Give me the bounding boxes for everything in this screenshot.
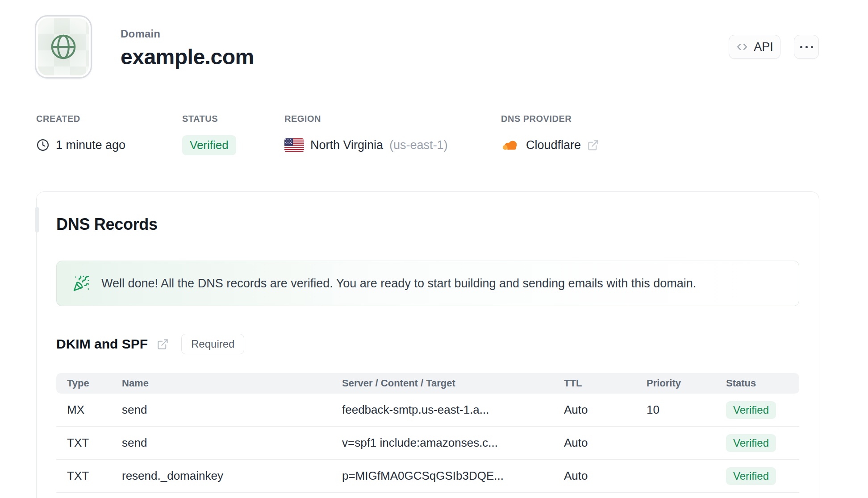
- cell-ttl: Auto: [564, 469, 647, 483]
- status-label: STATUS: [182, 114, 236, 124]
- more-icon: [800, 46, 813, 48]
- cell-ttl: Auto: [564, 403, 647, 417]
- cell-ttl: Auto: [564, 436, 647, 450]
- section-indicator: [35, 207, 39, 232]
- cell-type: MX: [67, 403, 122, 417]
- col-priority: Priority: [647, 378, 726, 389]
- verified-callout: Well done! All the DNS records are verif…: [56, 261, 799, 306]
- cell-name: resend._domainkey: [122, 469, 342, 483]
- code-icon: [736, 41, 748, 53]
- cloudflare-external-link-icon[interactable]: [587, 139, 599, 151]
- us-flag-icon: [284, 138, 304, 152]
- row-status-badge: Verified: [726, 401, 776, 419]
- domain-tile-pattern: [38, 18, 89, 75]
- cell-content: p=MIGfMA0GCSqGSIb3DQE...: [342, 469, 564, 483]
- domain-eyebrow-label: Domain: [121, 28, 254, 40]
- cell-name: send: [122, 403, 342, 417]
- api-button-label: API: [754, 40, 773, 54]
- dkim-external-link-icon[interactable]: [157, 338, 169, 350]
- clock-icon: [36, 138, 50, 152]
- meta-status: STATUS Verified: [182, 114, 236, 154]
- cell-type: TXT: [67, 469, 122, 483]
- dns-provider-label: DNS PROVIDER: [501, 114, 599, 124]
- callout-text: Well done! All the DNS records are verif…: [101, 277, 696, 290]
- dns-provider-value: Cloudflare: [526, 138, 581, 152]
- meta-created: CREATED 1 minute ago: [36, 114, 125, 154]
- required-badge: Required: [181, 334, 244, 354]
- table-row: TXT resend._domainkey p=MIGfMA0GCSqGSIb3…: [56, 460, 799, 493]
- cell-priority: 10: [647, 403, 726, 417]
- dns-records-title: DNS Records: [56, 215, 799, 234]
- more-button[interactable]: [794, 35, 819, 59]
- cell-name: send: [122, 436, 342, 450]
- region-label: REGION: [284, 114, 448, 124]
- created-label: CREATED: [36, 114, 125, 124]
- created-value: 1 minute ago: [56, 138, 125, 152]
- cloudflare-icon: [501, 138, 520, 152]
- cell-content: v=spf1 include:amazonses.c...: [342, 436, 564, 450]
- col-type: Type: [67, 378, 122, 389]
- col-status: Status: [726, 378, 789, 389]
- col-ttl: TTL: [564, 378, 647, 389]
- region-value: North Virginia: [310, 138, 383, 152]
- meta-dns-provider: DNS PROVIDER Cloudflare: [501, 114, 599, 154]
- row-status-badge: Verified: [726, 467, 776, 485]
- dns-table: Type Name Server / Content / Target TTL …: [56, 373, 799, 493]
- col-content: Server / Content / Target: [342, 378, 564, 389]
- api-button[interactable]: API: [729, 35, 780, 59]
- page-title: example.com: [121, 45, 254, 69]
- globe-icon: [49, 32, 78, 62]
- cell-type: TXT: [67, 436, 122, 450]
- cell-content: feedback-smtp.us-east-1.a...: [342, 403, 564, 417]
- table-row: TXT send v=spf1 include:amazonses.c... A…: [56, 427, 799, 460]
- status-badge: Verified: [182, 135, 236, 155]
- party-popper-icon: [73, 275, 90, 292]
- dns-records-card: DNS Records Well done! All the DNS recor…: [36, 191, 819, 498]
- dns-table-header: Type Name Server / Content / Target TTL …: [56, 373, 799, 394]
- meta-region: REGION North Virginia (: [284, 114, 448, 154]
- dkim-spf-title: DKIM and SPF: [56, 336, 148, 352]
- table-row: MX send feedback-smtp.us-east-1.a... Aut…: [56, 394, 799, 427]
- domain-tile: [35, 15, 92, 79]
- col-name: Name: [122, 378, 342, 389]
- row-status-badge: Verified: [726, 434, 776, 452]
- region-code: (us-east-1): [389, 138, 448, 152]
